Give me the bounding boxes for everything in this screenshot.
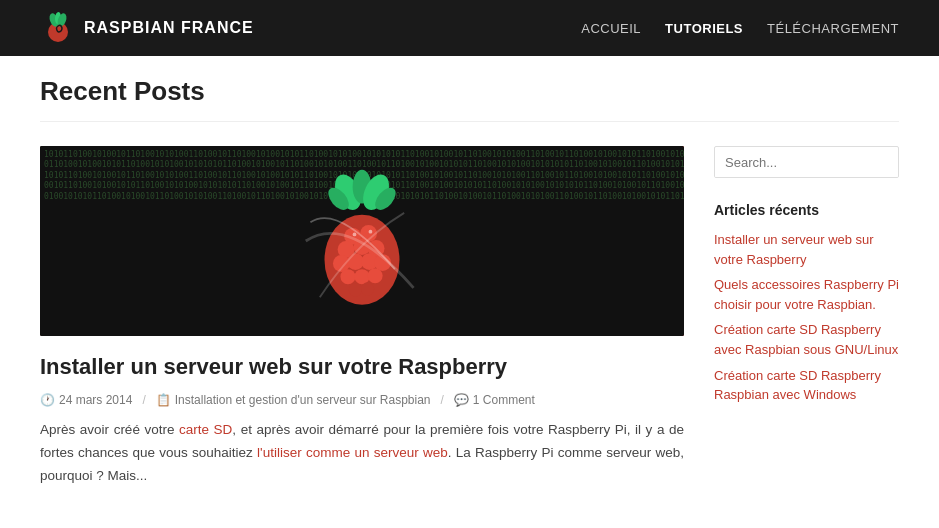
main-container: Recent Posts 101011010010100101101001010… xyxy=(0,56,939,508)
nav-telechargement[interactable]: TÉLÉCHARGEMENT xyxy=(767,21,899,36)
category-icon: 📋 xyxy=(156,393,171,407)
list-item: Création carte SD Raspberry Raspbian ave… xyxy=(714,366,899,405)
post-excerpt: Après avoir créé votre carte SD, et aprè… xyxy=(40,419,684,488)
svg-point-20 xyxy=(355,269,370,284)
nav-tutoriels[interactable]: TUTORIELS xyxy=(665,21,743,36)
logo-icon xyxy=(40,10,76,46)
post-comments[interactable]: 1 Comment xyxy=(473,393,535,407)
post-date: 24 mars 2014 xyxy=(59,393,132,407)
main-column: 1010110100101001011010010101001101001011… xyxy=(40,146,684,488)
logo-area[interactable]: RASPBIAN FRANCE xyxy=(40,10,254,46)
excerpt-link-utiliser[interactable]: l'utiliser comme un serveur web xyxy=(257,445,448,460)
meta-sep-1: / xyxy=(142,393,145,407)
svg-point-25 xyxy=(369,230,373,234)
article-link-2[interactable]: Création carte SD Raspberry avec Raspbia… xyxy=(714,322,898,357)
post-category[interactable]: Installation et gestion d'un serveur sur… xyxy=(175,393,431,407)
post-title[interactable]: Installer un serveur web sur votre Raspb… xyxy=(40,352,684,383)
page-title: Recent Posts xyxy=(40,76,899,107)
recent-articles-list: Installer un serveur web sur votre Raspb… xyxy=(714,230,899,405)
post-date-item: 🕐 24 mars 2014 xyxy=(40,393,132,407)
recent-articles-section: Articles récents Installer un serveur we… xyxy=(714,202,899,405)
list-item: Installer un serveur web sur votre Raspb… xyxy=(714,230,899,269)
svg-point-22 xyxy=(349,283,362,296)
article-link-1[interactable]: Quels accessoires Raspberry Pi choisir p… xyxy=(714,277,899,312)
site-title: RASPBIAN FRANCE xyxy=(84,19,254,37)
search-input[interactable] xyxy=(715,148,899,177)
main-nav: ACCUEIL TUTORIELS TÉLÉCHARGEMENT xyxy=(581,21,899,36)
svg-point-23 xyxy=(361,282,374,295)
post-meta: 🕐 24 mars 2014 / 📋 Installation et gesti… xyxy=(40,393,684,407)
search-box: 🔍 xyxy=(714,146,899,178)
content-area: 1010110100101001011010010101001101001011… xyxy=(40,146,899,488)
svg-point-19 xyxy=(340,269,355,284)
post-featured-image[interactable]: 1010110100101001011010010101001101001011… xyxy=(40,146,684,336)
list-item: Création carte SD Raspberry avec Raspbia… xyxy=(714,320,899,359)
page-title-section: Recent Posts xyxy=(40,76,899,122)
raspberry-illustration xyxy=(297,166,427,316)
article-link-0[interactable]: Installer un serveur web sur votre Raspb… xyxy=(714,232,874,267)
post-comments-item: 💬 1 Comment xyxy=(454,393,535,407)
post-category-item: 📋 Installation et gestion d'un serveur s… xyxy=(156,393,431,407)
recent-articles-title: Articles récents xyxy=(714,202,899,218)
site-header: RASPBIAN FRANCE ACCUEIL TUTORIELS TÉLÉCH… xyxy=(0,0,939,56)
svg-point-24 xyxy=(353,233,357,237)
meta-sep-2: / xyxy=(441,393,444,407)
svg-point-21 xyxy=(368,268,383,283)
excerpt-link-carte-sd[interactable]: carte SD xyxy=(179,422,232,437)
clock-icon: 🕐 xyxy=(40,393,55,407)
article-link-3[interactable]: Création carte SD Raspberry Raspbian ave… xyxy=(714,368,881,403)
sidebar: 🔍 Articles récents Installer un serveur … xyxy=(714,146,899,488)
list-item: Quels accessoires Raspberry Pi choisir p… xyxy=(714,275,899,314)
comment-icon: 💬 xyxy=(454,393,469,407)
nav-accueil[interactable]: ACCUEIL xyxy=(581,21,641,36)
